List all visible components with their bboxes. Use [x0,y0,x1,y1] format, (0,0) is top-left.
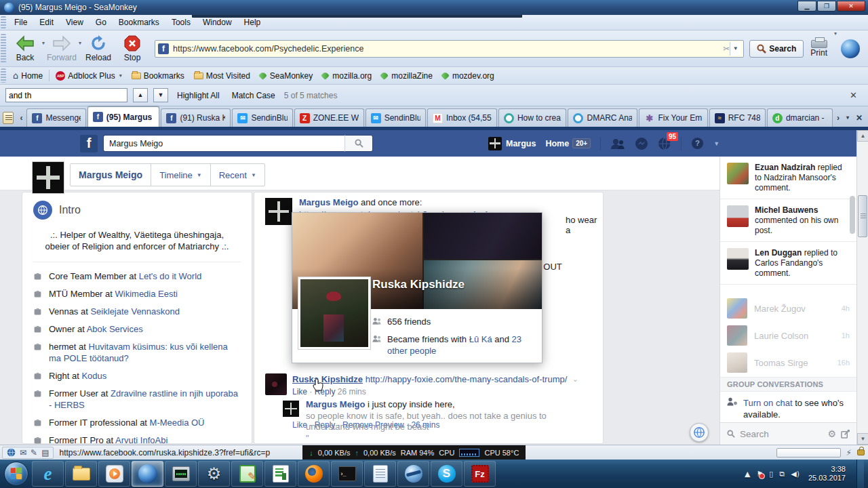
bookmark-adblock[interactable]: ABPAdblock Plus [51,67,126,84]
chat-contact[interactable]: Marek Žugov 4h [720,295,856,322]
toolbar-grippy[interactable] [1,34,6,63]
reply-author-link[interactable]: Margus Meigo [306,399,365,409]
profile-name[interactable]: Margus Meigo [71,164,151,186]
home-link[interactable]: Home 20+ [545,138,591,148]
network-tray-icon[interactable]: ⧉ [779,470,785,479]
intro-link[interactable]: Wikimedia Eesti [115,289,178,299]
reply-avatar[interactable] [283,401,299,417]
highlight-all-button[interactable]: Highlight All [174,91,223,100]
minimize-button[interactable]: ▁ [797,1,816,12]
ticker-scrollbar[interactable] [850,196,855,234]
find-previous-button[interactable]: ▲ [133,88,148,102]
clipboard-tray-icon[interactable]: ▯ [769,470,773,479]
security-lock-icon[interactable] [857,449,865,455]
match-case-button[interactable]: Match Case [229,91,279,100]
volume-tray-icon[interactable]: ◀) [791,470,800,479]
comment-options-chevron[interactable]: ⌄ [572,375,578,384]
ticker-item[interactable]: Ezuan Nadzirah replied to Nadzirah Manso… [720,157,856,199]
taskbar-media-player[interactable] [98,461,130,487]
bookmark-bookmarks[interactable]: Bookmarks [127,67,189,84]
tab-list-icon[interactable] [3,112,14,124]
taskbar-iron-browser[interactable] [397,461,429,487]
tab-sendinblue-1[interactable]: ✉SendinBlue [232,108,292,127]
tab-rfc[interactable]: ≈RFC 7489 [709,108,766,127]
ticker-item[interactable]: Len Duggan replied to Carlos Fandango's … [720,242,856,285]
navigator-globe-icon[interactable] [7,448,16,457]
find-input[interactable] [5,88,127,102]
tab-dmarc[interactable]: DMARC Ana... [568,108,637,127]
menu-file[interactable]: File [8,15,33,30]
facebook-search-button[interactable] [344,135,373,152]
taskbar-settings[interactable] [198,461,230,487]
friend-link[interactable]: Łû Ká [469,334,492,344]
taskbar-notepad[interactable] [364,461,396,487]
tab-inbox[interactable]: MInbox (54,55... [427,108,497,127]
tab-ruska[interactable]: f(91) Ruska K... [161,108,231,127]
reload-button[interactable]: Reload [81,32,115,66]
chat-contact[interactable]: Laurie Colson 1h [720,322,856,349]
scroll-tabs-right[interactable]: › [834,110,842,126]
bookmark-mozillazine[interactable]: mozillaZine [376,67,437,84]
stop-button[interactable]: Stop [115,32,149,66]
action-center-flag-icon[interactable]: ⚑ [756,470,763,479]
globe-fab-button[interactable] [690,423,709,442]
taskbar-clock[interactable]: 3:38 25.03.2017 [808,465,846,483]
intro-link[interactable]: Kodus [81,371,106,381]
scroll-up-arrow[interactable]: ▲ [857,130,868,142]
taskbar-skype[interactable] [431,461,462,487]
comment-avatar[interactable] [265,373,287,395]
chat-settings-gear-icon[interactable]: ⚙ [827,428,836,439]
comment-url-link[interactable]: http://happy-foxie.com/the-many-scandals… [366,374,568,384]
taskbar-resource-monitor[interactable] [165,461,197,487]
composer-icon[interactable]: ✎ [31,449,37,457]
start-button[interactable] [1,461,31,487]
seamonkey-throbber-icon[interactable] [841,39,860,58]
new-message-icon[interactable] [841,430,850,439]
scrollbar-thumb[interactable] [858,195,867,237]
taskbar-windows-explorer[interactable] [65,461,97,487]
scroll-tabs-left[interactable]: ‹ [17,110,25,126]
sort-selector[interactable]: Recent▼ [211,164,264,186]
taskbar-seamonkey[interactable] [132,461,163,487]
turn-on-chat-link[interactable]: Turn on chat [743,398,793,408]
taskbar-command-prompt[interactable] [331,461,363,487]
intro-link[interactable]: Abok Services [87,324,143,334]
find-next-button[interactable]: ▼ [153,88,168,102]
menu-bookmarks[interactable]: Bookmarks [113,15,165,30]
tab-dmarcian[interactable]: ddmarcian - ... [767,108,833,127]
tab-margus[interactable]: f(95) Margus ... [87,106,160,127]
hovercard-name[interactable]: Ruska Kipshidze [372,278,465,291]
comment-author-link[interactable]: Ruska Kipshidze [292,374,363,384]
tab-fix-your-email[interactable]: ✱Fix Your Em... [639,108,707,127]
intro-link[interactable]: Arvuti InfoAbi [115,435,167,445]
bookmark-mozilla[interactable]: mozilla.org [317,67,376,84]
account-menu-caret[interactable]: ▼ [713,140,719,147]
bookmark-home[interactable]: ⌂Home [8,67,47,84]
tab-sendinblue-2[interactable]: ✉SendinBlue [366,108,426,127]
profile-shortcut[interactable]: Margus [488,137,536,150]
messenger-icon[interactable] [635,137,648,150]
toolbar-grippy[interactable] [1,16,6,28]
intro-link[interactable]: Let's do it World [139,271,202,281]
show-desktop-button[interactable] [856,460,864,488]
show-hidden-icons[interactable]: ▲ [745,470,750,479]
notifications-icon[interactable]: 95 [658,137,671,150]
like-link[interactable]: Like [292,387,307,396]
maximize-button[interactable]: ❐ [817,1,836,12]
menu-edit[interactable]: Edit [33,15,60,30]
bookmark-mozdev[interactable]: mozdev.org [437,67,499,84]
facebook-logo[interactable]: f [80,135,98,152]
timeline-tab[interactable]: Timeline▼ [151,164,211,186]
bookmark-most-visited[interactable]: Most Visited [189,67,255,84]
post-author-avatar[interactable] [265,198,292,225]
url-dropdown[interactable]: ▼ [730,42,741,56]
tab-how-to[interactable]: How to crea... [498,108,567,127]
post-author-link[interactable]: Margus Meigo [299,197,358,207]
tab-zone[interactable]: ZZONE.EE We... [294,108,364,127]
bookmark-seamonkey[interactable]: SeaMonkey [255,67,317,84]
facebook-search-input[interactable]: Margus Meigo [103,135,344,152]
menu-go[interactable]: Go [90,15,113,30]
chat-search-input[interactable]: Search [740,429,823,439]
taskbar-notepad2[interactable] [231,461,263,487]
chat-contact[interactable]: Toomas Sirge 16h [720,349,856,376]
